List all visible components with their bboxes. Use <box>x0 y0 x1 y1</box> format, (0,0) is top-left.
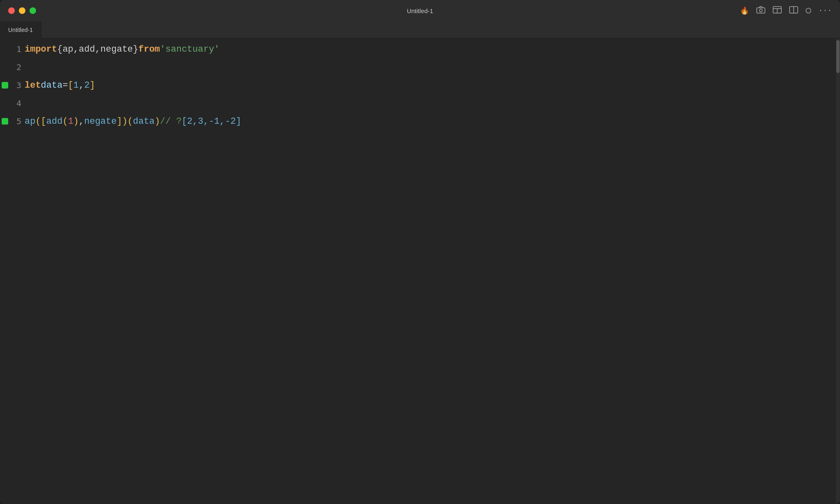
code-token: ap <box>25 116 35 127</box>
code-token: 1 <box>68 116 73 127</box>
code-token: , <box>192 116 198 127</box>
code-token: [ <box>182 116 187 127</box>
camera-icon[interactable] <box>756 6 765 16</box>
line-number: 5 <box>10 116 25 126</box>
flame-icon[interactable]: 🔥 <box>740 6 749 15</box>
code-token: -2 <box>225 116 236 127</box>
code-token: ( <box>35 116 41 127</box>
toolbar-right: 🔥 <box>740 6 832 16</box>
line-number: 4 <box>10 98 25 108</box>
code-token: { <box>57 44 62 54</box>
code-token: } <box>133 44 138 54</box>
code-token: data <box>41 80 63 91</box>
svg-rect-0 <box>757 8 765 13</box>
code-line: ap ([add (1), negate]) (data) // ? [ 2, … <box>25 112 241 130</box>
window-controls <box>8 7 36 14</box>
code-token: ] <box>89 80 95 91</box>
scrollbar-thumb[interactable] <box>836 40 840 73</box>
code-token: 'sanctuary' <box>160 44 219 54</box>
minimize-button[interactable] <box>19 7 25 14</box>
line-number: 1 <box>10 44 25 54</box>
maximize-button[interactable] <box>30 7 36 14</box>
code-token: 2 <box>84 80 89 91</box>
close-button[interactable] <box>8 7 15 14</box>
code-token: import <box>25 44 57 54</box>
code-token: ) <box>155 116 160 127</box>
code-token: negate <box>84 116 116 127</box>
code-token: 3 <box>198 116 203 127</box>
code-line: let data = [1, 2] <box>25 76 95 94</box>
code-token: , <box>79 116 84 127</box>
title-bar: Untitled-1 🔥 <box>0 0 840 21</box>
scrollbar[interactable] <box>836 39 840 504</box>
code-token: 2 <box>187 116 192 127</box>
code-token: ) <box>122 116 128 127</box>
code-token: data <box>133 116 155 127</box>
breakpoint-area[interactable] <box>0 118 10 125</box>
code-token: add <box>46 116 63 127</box>
code-token: // ? <box>160 116 182 127</box>
breakpoint-indicator <box>2 82 8 89</box>
code-token: [ <box>68 80 73 91</box>
code-token: ) <box>73 116 79 127</box>
table-row: 2 <box>0 58 836 76</box>
code-token: , <box>79 80 84 91</box>
code-token: , <box>73 44 79 54</box>
svg-point-1 <box>759 9 762 12</box>
breakpoint-indicator <box>2 118 8 125</box>
breakpoint-area[interactable] <box>0 82 10 89</box>
code-token: add <box>79 44 95 54</box>
code-token: = <box>62 80 68 91</box>
code-token: ] <box>236 116 241 127</box>
table-row: 3let data = [1, 2] <box>0 76 836 94</box>
line-number: 3 <box>10 80 25 90</box>
code-token: ap <box>62 44 73 54</box>
code-token: [ <box>41 116 46 127</box>
tab-bar: Untitled-1 <box>0 21 840 39</box>
code-line: import { ap, add, negate } from 'sanctua… <box>25 40 219 58</box>
tab-untitled[interactable]: Untitled-1 <box>0 21 41 39</box>
window: Untitled-1 🔥 <box>0 0 840 504</box>
code-token: , <box>203 116 209 127</box>
code-token: ] <box>116 116 122 127</box>
window-title: Untitled-1 <box>407 7 433 14</box>
panel-icon[interactable] <box>773 6 782 16</box>
table-row: 4 <box>0 94 836 112</box>
code-token: let <box>25 80 41 91</box>
status-circle <box>806 8 811 14</box>
code-token: , <box>95 44 100 54</box>
table-row: 5ap ([add (1), negate]) (data) // ? [ 2,… <box>0 112 836 130</box>
split-icon[interactable] <box>789 6 798 16</box>
code-token: from <box>138 44 160 54</box>
code-token: 1 <box>73 80 79 91</box>
code-token: negate <box>100 44 133 54</box>
tab-label: Untitled-1 <box>8 27 33 33</box>
line-number: 2 <box>10 62 25 72</box>
table-row: 1import { ap, add, negate } from 'sanctu… <box>0 40 836 58</box>
lines-container: 1import { ap, add, negate } from 'sanctu… <box>0 39 836 504</box>
code-token: -1 <box>209 116 219 127</box>
more-options-icon[interactable]: ··· <box>819 7 832 15</box>
code-token: ( <box>62 116 68 127</box>
code-token: , <box>219 116 225 127</box>
editor-area[interactable]: 1import { ap, add, negate } from 'sanctu… <box>0 39 840 504</box>
code-token: ( <box>128 116 133 127</box>
